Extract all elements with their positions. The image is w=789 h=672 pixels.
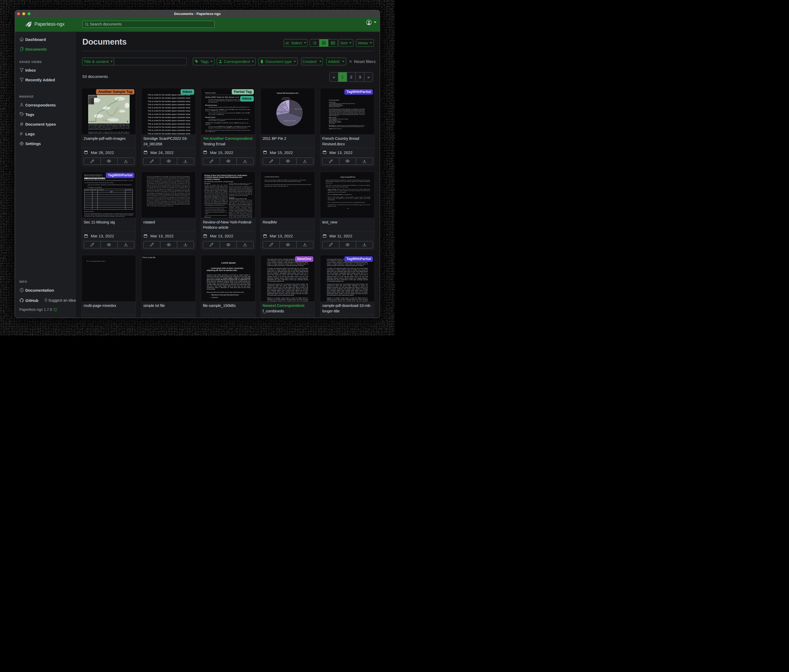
svg-text:Google Earth: Google Earth bbox=[89, 121, 96, 122]
svg-text:Entry Point: Entry Point bbox=[89, 104, 92, 104]
svg-text:Day4: Day4 bbox=[90, 101, 92, 102]
svg-text:Day5: Day5 bbox=[90, 102, 92, 103]
svg-text:Day2: Day2 bbox=[90, 100, 92, 100]
svg-text:Day6: Day6 bbox=[90, 103, 92, 104]
svg-text:Day1: Day1 bbox=[90, 99, 92, 100]
svg-text:On day 6 in BWCA: On day 6 in BWCA bbox=[89, 97, 94, 97]
svg-text:Charles Island: Charles Island bbox=[105, 120, 110, 121]
svg-text:Day3: Day3 bbox=[90, 100, 92, 101]
